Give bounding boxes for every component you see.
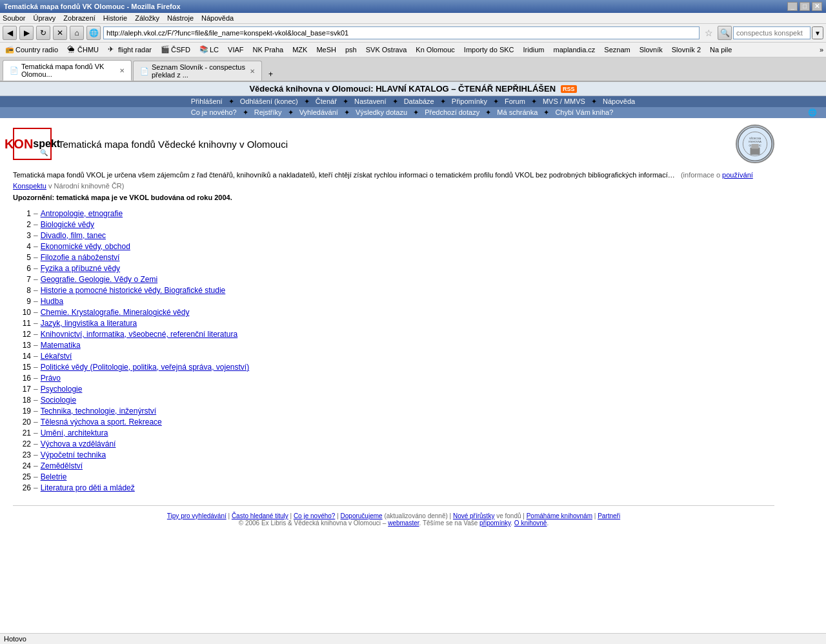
category-link[interactable]: Výchova a vzdělávání <box>41 439 116 448</box>
bookmark-flight-radar[interactable]: ✈ flight radar <box>105 44 154 55</box>
bookmark-napile[interactable]: Na pile <box>707 45 734 55</box>
nav-ctenar[interactable]: Čtenář <box>312 97 341 105</box>
reload-button[interactable]: ↻ <box>36 26 50 40</box>
footer-doporucujeme[interactable]: Doporučujeme <box>341 512 383 519</box>
category-link[interactable]: Divadlo, film, tanec <box>41 231 106 240</box>
restore-btn[interactable]: □ <box>800 2 810 11</box>
bookmark-kn-olomouc[interactable]: Kn Olomouc <box>413 45 458 55</box>
category-link[interactable]: Umění, architektura <box>41 428 108 438</box>
bookmark-seznam[interactable]: Seznam <box>601 45 632 55</box>
category-link[interactable]: Politické vědy (Politologie, politika, v… <box>41 363 249 372</box>
category-link[interactable]: Biologické vědy <box>41 220 94 229</box>
forward-button[interactable]: ▶ <box>19 26 34 40</box>
bookmark-psh[interactable]: psh <box>343 45 359 55</box>
nav2-cojenovoho[interactable]: Co je nového? <box>187 108 241 116</box>
bookmark-lc[interactable]: 📚 LC <box>197 44 221 55</box>
nav-mvs[interactable]: MVS / MMVS <box>539 97 589 105</box>
back-button[interactable]: ◀ <box>3 26 17 40</box>
stop-button[interactable]: ✕ <box>53 26 67 40</box>
nav2-schranka[interactable]: Má schránka <box>493 108 541 116</box>
nav-odhlaseni[interactable]: Odhlášení (konec) <box>236 97 302 105</box>
menu-nastroje[interactable]: Nástroje <box>167 14 194 22</box>
search-input[interactable] <box>733 26 811 39</box>
footer-pripominky[interactable]: připomínky <box>479 519 510 527</box>
address-input[interactable] <box>103 26 700 39</box>
menu-zalozky[interactable]: Záložky <box>135 14 159 22</box>
footer-prirustky[interactable]: Nové přírůstky <box>453 512 494 519</box>
category-link[interactable]: Sociologie <box>41 396 76 405</box>
bookmark-mzk[interactable]: MZK <box>290 45 310 55</box>
tab-close-1[interactable]: ✕ <box>250 68 255 75</box>
category-link[interactable]: Literatura pro děti a mládež <box>41 483 135 492</box>
konspekt-link[interactable]: používání Konspektu <box>13 171 753 190</box>
bookmark-slovnik[interactable]: Slovník <box>637 45 665 55</box>
menu-upravy[interactable]: Úpravy <box>33 14 55 22</box>
bookmark-mesh[interactable]: MeSH <box>314 45 339 55</box>
category-link[interactable]: Jazyk, lingvistika a literatura <box>41 319 137 328</box>
bookmark-maplandia[interactable]: maplandia.cz <box>551 45 598 55</box>
bookmark-svk-ostrava[interactable]: SVK Ostrava <box>363 45 410 55</box>
bookmark-iridium[interactable]: Iridium <box>521 45 547 55</box>
nav2-predchozi[interactable]: Předchozí dotazy <box>421 108 483 116</box>
category-link[interactable]: Právo <box>41 374 61 383</box>
nav-prihlaseni[interactable]: Přihlášení <box>187 97 227 105</box>
footer-casto[interactable]: Často hledané tituly <box>232 512 288 519</box>
bookmarks-more[interactable]: » <box>820 46 823 54</box>
category-link[interactable]: Filozofie a náboženství <box>41 253 120 262</box>
category-link[interactable]: Matematika <box>41 341 81 350</box>
nav-forum[interactable]: Forum <box>501 97 529 105</box>
menu-napoveda[interactable]: Nápověda <box>201 14 234 22</box>
nav-pripominky[interactable]: Připomínky <box>448 97 491 105</box>
category-link[interactable]: Chemie. Krystalografie. Mineralogické vě… <box>41 308 190 317</box>
category-link[interactable]: Historie a pomocné historické vědy. Biog… <box>41 286 226 295</box>
category-link[interactable]: Knihovnictví, informatika, všeobecné, re… <box>41 330 237 339</box>
bookmark-csfd[interactable]: 🎬 ČSFD <box>158 44 193 55</box>
tab-1[interactable]: 📄 Seznam Slovník - conspectus překlad z … <box>133 61 262 81</box>
footer-tipy[interactable]: Tipy pro vyhledávání <box>167 512 227 519</box>
footer-webmaster[interactable]: webmaster <box>388 519 419 527</box>
nav-napoveda[interactable]: Nápověda <box>599 97 639 105</box>
search-engine-icon[interactable]: 🔍 <box>718 26 732 40</box>
bookmark-nk-praha[interactable]: NK Praha <box>250 45 287 55</box>
search-go-button[interactable]: ▼ <box>812 26 823 39</box>
new-tab-button[interactable]: + <box>263 68 278 81</box>
category-link[interactable]: Hudba <box>41 297 63 306</box>
category-link[interactable]: Zemědělství <box>41 461 83 470</box>
category-link[interactable]: Psychologie <box>41 385 83 394</box>
footer-partneri[interactable]: Partneři <box>598 512 620 519</box>
footer-pomahame[interactable]: Pomáháme knihovnám <box>527 512 592 519</box>
category-link[interactable]: Výpočetní technika <box>41 450 106 459</box>
tab-close-0[interactable]: ✕ <box>119 67 125 74</box>
bookmark-slovnik2[interactable]: Slovník 2 <box>669 45 703 55</box>
bookmark-importy[interactable]: Importy do SKC <box>461 45 517 55</box>
footer-novoho[interactable]: Co je nového? <box>294 512 336 519</box>
category-link[interactable]: Ekonomické vědy, obchod <box>41 242 130 251</box>
bookmark-star[interactable]: ☆ <box>702 26 715 39</box>
bookmark-country-radio[interactable]: 📻 Country radio <box>3 44 61 55</box>
nav2-chybi[interactable]: Chybí Vám kniha? <box>551 108 617 116</box>
home-button[interactable]: ⌂ <box>70 26 84 40</box>
category-link[interactable]: Lékařství <box>41 352 72 361</box>
category-link[interactable]: Fyzika a příbuzné vědy <box>41 264 120 273</box>
footer-oknihovne[interactable]: O knihovně <box>514 519 547 527</box>
menu-soubor[interactable]: Soubor <box>3 14 25 22</box>
tab-0[interactable]: 📄 Tematická mapa fondů VK Olomou... ✕ <box>3 60 132 81</box>
nav2-vyhledavani[interactable]: Vyhledávání <box>296 108 342 116</box>
nav-databaze[interactable]: Databáze <box>400 97 438 105</box>
category-link[interactable]: Technika, technologie, inženýrství <box>41 407 156 416</box>
bookmark-viaf[interactable]: VIAF <box>225 45 246 55</box>
category-link[interactable]: Tělesná výchova a sport. Rekreace <box>41 418 162 427</box>
category-link[interactable]: Beletrie <box>41 472 67 481</box>
nav-nastaveni[interactable]: Nastavení <box>350 97 390 105</box>
close-btn[interactable]: ✕ <box>812 2 822 11</box>
language-switch[interactable]: 🌐 <box>804 108 821 117</box>
menu-historie[interactable]: Historie <box>103 14 127 22</box>
nav2-vysledky[interactable]: Výsledky dotazu <box>352 108 411 116</box>
category-link[interactable]: Antropologie, etnografie <box>41 209 123 218</box>
window-controls[interactable]: _ □ ✕ <box>787 2 822 11</box>
rss-badge[interactable]: RSS <box>561 85 577 93</box>
category-link[interactable]: Geografie. Geologie. Vědy o Zemi <box>41 275 157 284</box>
menu-zobrazeni[interactable]: Zobrazení <box>63 14 96 22</box>
minimize-btn[interactable]: _ <box>787 2 798 11</box>
bookmark-chmu[interactable]: 🌦 ČHMU <box>65 44 101 55</box>
